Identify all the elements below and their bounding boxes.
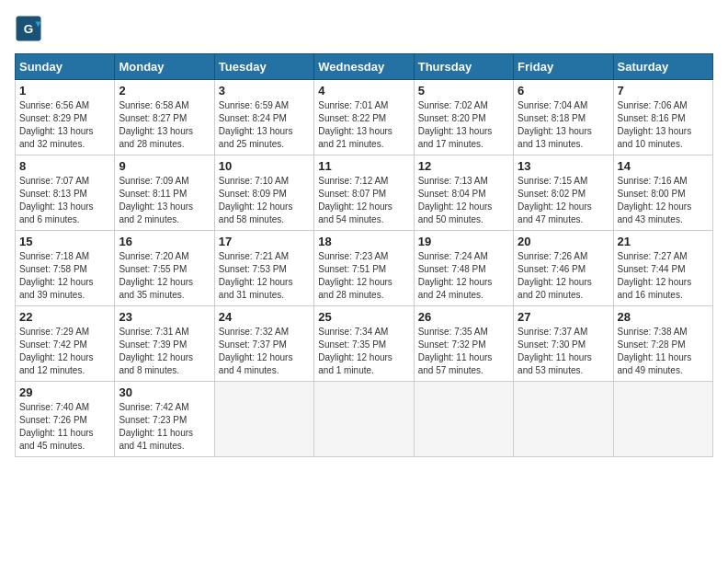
cell-details: Sunrise: 7:34 AMSunset: 7:35 PMDaylight:…	[318, 326, 409, 377]
cell-details: Sunrise: 7:18 AMSunset: 7:58 PMDaylight:…	[19, 250, 110, 302]
logo: G	[15, 15, 46, 42]
day-number: 19	[418, 235, 509, 248]
calendar-cell: 23Sunrise: 7:31 AMSunset: 7:39 PMDayligh…	[115, 306, 214, 382]
calendar-cell: 12Sunrise: 7:13 AMSunset: 8:04 PMDayligh…	[414, 155, 513, 231]
calendar-cell: 4Sunrise: 7:01 AMSunset: 8:22 PMDaylight…	[314, 80, 414, 155]
day-number: 28	[618, 310, 709, 324]
day-number: 30	[119, 385, 210, 399]
logo-icon: G	[15, 15, 42, 42]
cell-details: Sunrise: 7:15 AMSunset: 8:02 PMDaylight:…	[518, 175, 609, 226]
cell-details: Sunrise: 7:37 AMSunset: 7:30 PMDaylight:…	[518, 326, 609, 377]
calendar-cell: 25Sunrise: 7:34 AMSunset: 7:35 PMDayligh…	[314, 306, 414, 382]
page-header: G	[15, 15, 713, 42]
calendar-cell	[214, 382, 313, 457]
calendar-cell: 16Sunrise: 7:20 AMSunset: 7:55 PMDayligh…	[115, 231, 214, 306]
day-number: 27	[518, 310, 609, 324]
day-number: 17	[219, 235, 310, 248]
day-number: 22	[19, 310, 110, 324]
cell-details: Sunrise: 7:04 AMSunset: 8:18 PMDaylight:…	[518, 99, 609, 151]
day-number: 1	[19, 84, 110, 98]
day-number: 29	[19, 385, 110, 399]
calendar-cell: 7Sunrise: 7:06 AMSunset: 8:16 PMDaylight…	[613, 80, 712, 155]
day-number: 24	[219, 310, 310, 324]
calendar-cell	[613, 382, 712, 457]
col-header-monday: Monday	[115, 54, 214, 80]
cell-details: Sunrise: 7:07 AMSunset: 8:13 PMDaylight:…	[19, 175, 110, 226]
cell-details: Sunrise: 6:59 AMSunset: 8:24 PMDaylight:…	[219, 99, 310, 151]
day-number: 13	[518, 159, 609, 173]
day-number: 10	[219, 159, 310, 173]
calendar-cell: 17Sunrise: 7:21 AMSunset: 7:53 PMDayligh…	[214, 231, 313, 306]
day-number: 15	[19, 235, 110, 248]
day-number: 4	[318, 84, 409, 98]
cell-details: Sunrise: 7:10 AMSunset: 8:09 PMDaylight:…	[219, 175, 310, 226]
calendar-cell: 22Sunrise: 7:29 AMSunset: 7:42 PMDayligh…	[16, 306, 115, 382]
calendar-cell: 11Sunrise: 7:12 AMSunset: 8:07 PMDayligh…	[314, 155, 414, 231]
col-header-thursday: Thursday	[414, 54, 513, 80]
calendar-cell	[414, 382, 513, 457]
cell-details: Sunrise: 7:20 AMSunset: 7:55 PMDaylight:…	[119, 250, 210, 302]
calendar-table: SundayMondayTuesdayWednesdayThursdayFrid…	[15, 53, 713, 457]
cell-details: Sunrise: 7:42 AMSunset: 7:23 PMDaylight:…	[119, 401, 210, 453]
calendar-cell: 27Sunrise: 7:37 AMSunset: 7:30 PMDayligh…	[514, 306, 613, 382]
day-number: 14	[618, 159, 709, 173]
day-number: 23	[119, 310, 210, 324]
col-header-saturday: Saturday	[613, 54, 712, 80]
calendar-cell: 5Sunrise: 7:02 AMSunset: 8:20 PMDaylight…	[414, 80, 513, 155]
day-number: 12	[418, 159, 509, 173]
col-header-wednesday: Wednesday	[314, 54, 414, 80]
calendar-cell	[514, 382, 613, 457]
calendar-cell: 10Sunrise: 7:10 AMSunset: 8:09 PMDayligh…	[214, 155, 313, 231]
week-row-2: 8Sunrise: 7:07 AMSunset: 8:13 PMDaylight…	[16, 155, 713, 231]
day-number: 9	[119, 159, 210, 173]
cell-details: Sunrise: 7:24 AMSunset: 7:48 PMDaylight:…	[418, 250, 509, 302]
day-number: 16	[119, 235, 210, 248]
calendar-cell: 30Sunrise: 7:42 AMSunset: 7:23 PMDayligh…	[115, 382, 214, 457]
cell-details: Sunrise: 7:02 AMSunset: 8:20 PMDaylight:…	[418, 99, 509, 151]
calendar-cell: 21Sunrise: 7:27 AMSunset: 7:44 PMDayligh…	[613, 231, 712, 306]
cell-details: Sunrise: 6:58 AMSunset: 8:27 PMDaylight:…	[119, 99, 210, 151]
cell-details: Sunrise: 7:16 AMSunset: 8:00 PMDaylight:…	[618, 175, 709, 226]
week-row-4: 22Sunrise: 7:29 AMSunset: 7:42 PMDayligh…	[16, 306, 713, 382]
cell-details: Sunrise: 7:09 AMSunset: 8:11 PMDaylight:…	[119, 175, 210, 226]
day-number: 20	[518, 235, 609, 248]
cell-details: Sunrise: 7:29 AMSunset: 7:42 PMDaylight:…	[19, 326, 110, 377]
calendar-cell: 14Sunrise: 7:16 AMSunset: 8:00 PMDayligh…	[613, 155, 712, 231]
day-number: 7	[618, 84, 709, 98]
calendar-cell: 20Sunrise: 7:26 AMSunset: 7:46 PMDayligh…	[514, 231, 613, 306]
day-number: 21	[618, 235, 709, 248]
calendar-cell: 2Sunrise: 6:58 AMSunset: 8:27 PMDaylight…	[115, 80, 214, 155]
calendar-cell: 8Sunrise: 7:07 AMSunset: 8:13 PMDaylight…	[16, 155, 115, 231]
calendar-cell: 1Sunrise: 6:56 AMSunset: 8:29 PMDaylight…	[16, 80, 115, 155]
day-number: 25	[318, 310, 409, 324]
cell-details: Sunrise: 7:23 AMSunset: 7:51 PMDaylight:…	[318, 250, 409, 302]
cell-details: Sunrise: 7:26 AMSunset: 7:46 PMDaylight:…	[518, 250, 609, 302]
day-number: 3	[219, 84, 310, 98]
calendar-cell: 28Sunrise: 7:38 AMSunset: 7:28 PMDayligh…	[613, 306, 712, 382]
col-header-sunday: Sunday	[16, 54, 115, 80]
col-header-tuesday: Tuesday	[214, 54, 313, 80]
calendar-cell: 18Sunrise: 7:23 AMSunset: 7:51 PMDayligh…	[314, 231, 414, 306]
calendar-cell: 9Sunrise: 7:09 AMSunset: 8:11 PMDaylight…	[115, 155, 214, 231]
day-number: 5	[418, 84, 509, 98]
cell-details: Sunrise: 7:21 AMSunset: 7:53 PMDaylight:…	[219, 250, 310, 302]
calendar-cell: 29Sunrise: 7:40 AMSunset: 7:26 PMDayligh…	[16, 382, 115, 457]
week-row-1: 1Sunrise: 6:56 AMSunset: 8:29 PMDaylight…	[16, 80, 713, 155]
day-number: 18	[318, 235, 409, 248]
calendar-cell: 6Sunrise: 7:04 AMSunset: 8:18 PMDaylight…	[514, 80, 613, 155]
cell-details: Sunrise: 7:40 AMSunset: 7:26 PMDaylight:…	[19, 401, 110, 453]
cell-details: Sunrise: 7:06 AMSunset: 8:16 PMDaylight:…	[618, 99, 709, 151]
svg-text:G: G	[24, 22, 34, 36]
day-number: 6	[518, 84, 609, 98]
calendar-cell	[314, 382, 414, 457]
cell-details: Sunrise: 7:31 AMSunset: 7:39 PMDaylight:…	[119, 326, 210, 377]
cell-details: Sunrise: 6:56 AMSunset: 8:29 PMDaylight:…	[19, 99, 110, 151]
cell-details: Sunrise: 7:35 AMSunset: 7:32 PMDaylight:…	[418, 326, 509, 377]
day-number: 26	[418, 310, 509, 324]
day-number: 8	[19, 159, 110, 173]
week-row-3: 15Sunrise: 7:18 AMSunset: 7:58 PMDayligh…	[16, 231, 713, 306]
calendar-cell: 13Sunrise: 7:15 AMSunset: 8:02 PMDayligh…	[514, 155, 613, 231]
cell-details: Sunrise: 7:38 AMSunset: 7:28 PMDaylight:…	[618, 326, 709, 377]
calendar-cell: 15Sunrise: 7:18 AMSunset: 7:58 PMDayligh…	[16, 231, 115, 306]
cell-details: Sunrise: 7:13 AMSunset: 8:04 PMDaylight:…	[418, 175, 509, 226]
